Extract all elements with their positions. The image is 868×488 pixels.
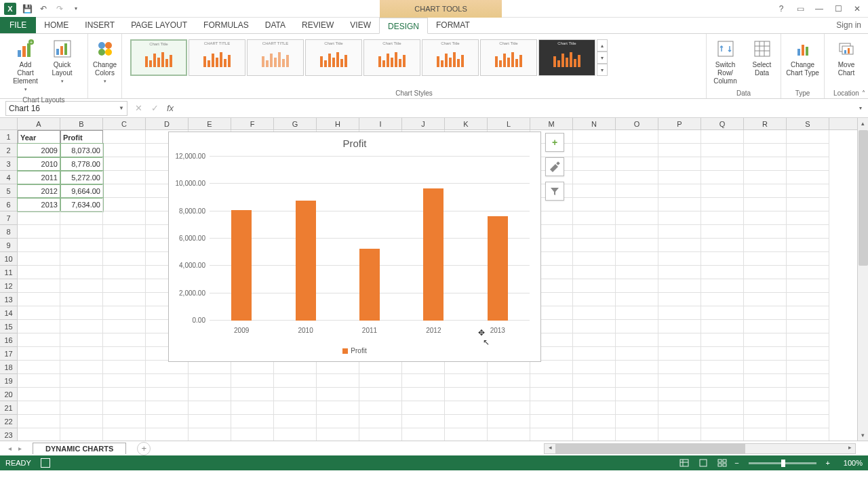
change-colors-button[interactable]: Change Colors▾ (89, 37, 121, 87)
cell[interactable] (658, 198, 701, 211)
page-layout-tab[interactable]: PAGE LAYOUT (123, 17, 195, 33)
signin-link[interactable]: Sign in (836, 17, 861, 33)
cell[interactable] (103, 184, 146, 198)
cell[interactable] (701, 130, 744, 144)
row-header[interactable]: 12 (0, 279, 18, 293)
column-header[interactable]: P (658, 118, 701, 129)
cell[interactable] (573, 415, 616, 428)
cell[interactable] (103, 252, 146, 266)
cell[interactable] (787, 361, 829, 374)
cell[interactable] (60, 374, 103, 388)
row-header[interactable]: 1 (0, 130, 18, 144)
cell[interactable] (103, 279, 146, 293)
cell[interactable] (18, 320, 60, 333)
cell[interactable] (787, 401, 829, 415)
cell[interactable] (616, 333, 658, 347)
cell[interactable] (744, 198, 787, 211)
cell[interactable] (744, 252, 787, 266)
cell[interactable] (787, 225, 829, 239)
cell[interactable] (103, 198, 146, 211)
cell[interactable] (103, 171, 146, 184)
ribbon-display-icon[interactable]: ▭ (792, 4, 808, 14)
chart-style-2[interactable]: CHART TITLE (189, 39, 245, 76)
cell[interactable] (103, 225, 146, 239)
cell[interactable] (18, 401, 60, 415)
horizontal-scrollbar[interactable]: ◂ ▸ (544, 443, 856, 454)
chart-elements-button[interactable]: + (545, 133, 564, 152)
cell[interactable] (701, 415, 744, 428)
cell[interactable] (103, 293, 146, 306)
cell[interactable] (402, 361, 445, 374)
cell[interactable] (317, 361, 359, 374)
cell[interactable] (658, 184, 701, 198)
cell[interactable] (18, 374, 60, 388)
formula-bar-input[interactable] (178, 101, 857, 116)
cell[interactable] (616, 144, 658, 157)
cell[interactable] (18, 333, 60, 347)
row-header[interactable]: 5 (0, 184, 18, 198)
column-header[interactable]: D (146, 118, 189, 129)
cell[interactable] (616, 184, 658, 198)
cell[interactable] (658, 374, 701, 388)
cell[interactable] (658, 401, 701, 415)
cell[interactable] (573, 171, 616, 184)
row-header[interactable]: 23 (0, 428, 18, 441)
cell[interactable] (274, 388, 317, 401)
bar[interactable] (231, 210, 252, 321)
cell[interactable] (317, 415, 359, 428)
cell[interactable] (744, 157, 787, 171)
cell[interactable] (616, 252, 658, 266)
cell[interactable] (573, 130, 616, 144)
cell[interactable] (359, 428, 402, 441)
cell[interactable] (616, 320, 658, 333)
column-header[interactable]: R (744, 118, 787, 129)
cell[interactable] (573, 157, 616, 171)
cell[interactable] (744, 266, 787, 279)
cell[interactable] (744, 428, 787, 441)
cell[interactable] (60, 306, 103, 320)
cell[interactable] (701, 252, 744, 266)
cell[interactable] (787, 374, 829, 388)
redo-icon[interactable]: ↷ (54, 3, 65, 14)
cell[interactable] (103, 266, 146, 279)
page-break-view-icon[interactable] (715, 458, 729, 468)
cell[interactable] (488, 388, 530, 401)
cell[interactable] (787, 144, 829, 157)
cell[interactable] (744, 171, 787, 184)
cell[interactable] (658, 266, 701, 279)
cell[interactable] (103, 320, 146, 333)
cell[interactable] (103, 333, 146, 347)
cell[interactable] (18, 388, 60, 401)
cell[interactable] (744, 144, 787, 157)
row-header[interactable]: 6 (0, 198, 18, 211)
cell[interactable] (530, 374, 573, 388)
cell[interactable] (658, 157, 701, 171)
cell[interactable] (701, 388, 744, 401)
move-chart-button[interactable]: Move Chart (830, 37, 863, 79)
fx-icon[interactable]: fx (163, 103, 178, 113)
cell[interactable] (231, 415, 274, 428)
row-header[interactable]: 20 (0, 388, 18, 401)
cell[interactable] (616, 279, 658, 293)
chart-title[interactable]: Profit (169, 132, 540, 152)
sheet-tab-active[interactable]: DYNAMIC CHARTS (33, 443, 126, 454)
cell[interactable] (573, 225, 616, 239)
add-sheet-button[interactable]: + (137, 442, 151, 455)
column-header[interactable]: S (787, 118, 829, 129)
cell[interactable] (573, 293, 616, 306)
row-header[interactable]: 8 (0, 225, 18, 239)
normal-view-icon[interactable] (677, 458, 691, 468)
cell[interactable] (60, 401, 103, 415)
cell[interactable] (701, 171, 744, 184)
cell[interactable] (359, 374, 402, 388)
cell[interactable] (701, 266, 744, 279)
cell[interactable] (60, 252, 103, 266)
cell[interactable] (744, 374, 787, 388)
cell[interactable] (616, 306, 658, 320)
cell[interactable] (103, 428, 146, 441)
cell[interactable] (744, 415, 787, 428)
cell[interactable] (701, 374, 744, 388)
cell[interactable] (658, 333, 701, 347)
cell[interactable] (787, 266, 829, 279)
zoom-slider[interactable] (749, 462, 816, 464)
